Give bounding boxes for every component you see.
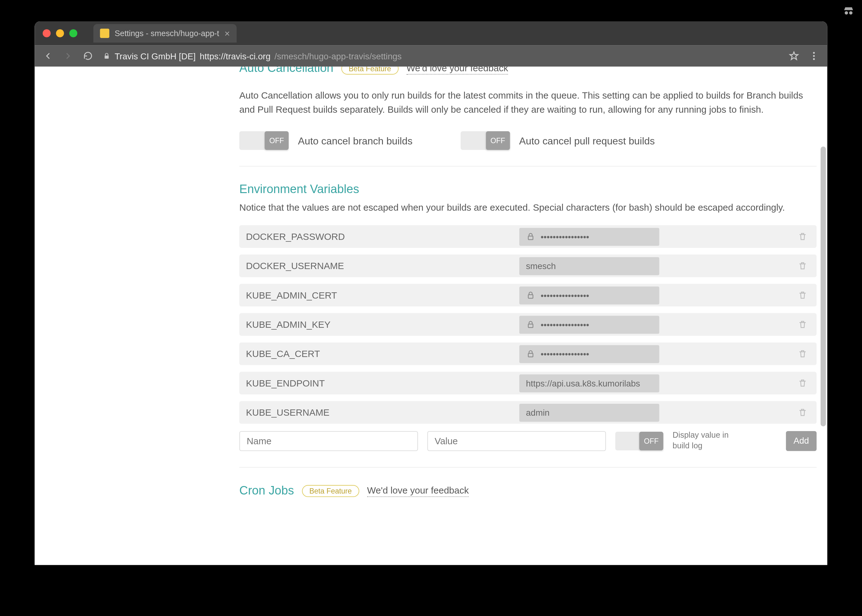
lock-icon xyxy=(526,232,535,241)
env-vars-header: Environment Variables xyxy=(240,182,817,196)
svg-rect-9 xyxy=(528,354,533,357)
env-var-value: admin xyxy=(519,404,659,421)
auto-cancel-pr-label: Auto cancel pull request builds xyxy=(519,135,655,146)
env-var-name: KUBE_ADMIN_CERT xyxy=(240,290,519,300)
trash-icon[interactable] xyxy=(798,231,807,242)
auto-cancellation-header: Auto Cancellation Beta Feature We'd love… xyxy=(240,66,817,75)
url-text[interactable]: Travis CI GmbH [DE] https://travis-ci.or… xyxy=(103,51,779,61)
lock-icon xyxy=(103,52,110,60)
svg-point-5 xyxy=(813,58,815,60)
env-var-value: •••••••••••••••• xyxy=(519,228,659,245)
display-value-toggle[interactable]: OFF xyxy=(615,431,663,450)
tab-title: Settings - smesch/hugo-app-t xyxy=(115,28,219,38)
env-var-row: KUBE_USERNAMEadmin xyxy=(240,401,817,424)
beta-badge: Beta Feature xyxy=(342,66,399,74)
env-var-value: smesch xyxy=(519,257,659,275)
browser-tab[interactable]: Settings - smesch/hugo-app-t × xyxy=(93,24,236,42)
auto-cancel-pr-toggle[interactable]: OFF xyxy=(460,131,510,150)
menu-icon[interactable] xyxy=(808,50,819,61)
env-var-name: KUBE_ADMIN_KEY xyxy=(240,319,519,330)
feedback-link[interactable]: We'd love your feedback xyxy=(367,485,469,497)
env-var-name-input[interactable] xyxy=(240,431,418,451)
env-var-name: KUBE_CA_CERT xyxy=(240,349,519,359)
trash-icon[interactable] xyxy=(798,290,807,300)
env-var-value-input[interactable] xyxy=(427,431,606,451)
url-host: https://travis-ci.org xyxy=(200,51,271,61)
svg-rect-6 xyxy=(528,236,533,240)
env-var-row: DOCKER_USERNAMEsmesch xyxy=(240,255,817,277)
url-site-label: Travis CI GmbH [DE] xyxy=(115,51,196,61)
lock-icon xyxy=(526,349,535,358)
lock-icon xyxy=(526,320,535,329)
env-var-row: KUBE_ENDPOINThttps://api.usa.k8s.kumoril… xyxy=(240,372,817,394)
env-var-row: KUBE_ADMIN_KEY•••••••••••••••• xyxy=(240,313,817,336)
section-title: Auto Cancellation xyxy=(240,66,333,75)
divider xyxy=(240,166,817,167)
tab-favicon xyxy=(100,28,109,38)
trash-icon[interactable] xyxy=(798,319,807,330)
back-icon[interactable] xyxy=(43,50,54,61)
env-var-value: https://api.usa.k8s.kumorilabs xyxy=(519,374,659,392)
env-var-name: DOCKER_PASSWORD xyxy=(240,231,519,242)
window-titlebar: Settings - smesch/hugo-app-t × xyxy=(35,21,827,45)
reload-icon[interactable] xyxy=(83,50,93,61)
svg-rect-2 xyxy=(105,56,109,59)
lock-icon xyxy=(526,291,535,300)
section-title: Cron Jobs xyxy=(240,484,294,498)
incognito-icon xyxy=(842,4,855,17)
env-var-row: KUBE_ADMIN_CERT•••••••••••••••• xyxy=(240,284,817,306)
env-var-value: •••••••••••••••• xyxy=(519,316,659,333)
close-icon[interactable] xyxy=(43,29,50,37)
svg-point-4 xyxy=(813,55,815,57)
toggle-state: OFF xyxy=(486,131,509,150)
feedback-link[interactable]: We'd love your feedback xyxy=(407,66,508,74)
section-title: Environment Variables xyxy=(240,182,359,196)
toggle-state: OFF xyxy=(639,431,663,450)
url-bar: Travis CI GmbH [DE] https://travis-ci.or… xyxy=(35,45,827,66)
env-vars-notice: Notice that the values are not escaped w… xyxy=(240,201,817,215)
add-button[interactable]: Add xyxy=(786,431,817,451)
forward-icon xyxy=(63,50,73,61)
env-var-value: •••••••••••••••• xyxy=(519,345,659,363)
star-icon[interactable] xyxy=(788,50,799,61)
env-var-row: KUBE_CA_CERT•••••••••••••••• xyxy=(240,343,817,365)
env-var-name: KUBE_ENDPOINT xyxy=(240,378,519,388)
scrollbar[interactable] xyxy=(821,147,826,426)
auto-cancel-branch-toggle[interactable]: OFF xyxy=(240,131,289,150)
env-var-list: DOCKER_PASSWORD••••••••••••••••DOCKER_US… xyxy=(240,225,817,424)
minimize-icon[interactable] xyxy=(56,29,64,37)
toggle-state: OFF xyxy=(265,131,288,150)
auto-cancel-branch-label: Auto cancel branch builds xyxy=(298,135,413,146)
svg-point-0 xyxy=(845,11,848,15)
trash-icon[interactable] xyxy=(798,378,807,388)
cron-jobs-header: Cron Jobs Beta Feature We'd love your fe… xyxy=(240,484,817,498)
beta-badge: Beta Feature xyxy=(302,485,359,497)
svg-point-3 xyxy=(813,52,815,54)
env-var-value: •••••••••••••••• xyxy=(519,286,659,304)
divider xyxy=(240,467,817,468)
auto-cancel-description: Auto Cancellation allows you to only run… xyxy=(240,88,817,116)
trash-icon[interactable] xyxy=(798,407,807,418)
svg-rect-7 xyxy=(528,295,533,298)
url-path: /smesch/hugo-app-travis/settings xyxy=(274,51,402,61)
svg-point-1 xyxy=(849,11,853,15)
env-var-add-row: OFF Display value in build log Add xyxy=(240,431,817,451)
display-value-label: Display value in build log xyxy=(673,431,733,451)
maximize-icon[interactable] xyxy=(69,29,77,37)
env-var-name: DOCKER_USERNAME xyxy=(240,261,519,271)
env-var-row: DOCKER_PASSWORD•••••••••••••••• xyxy=(240,225,817,248)
trash-icon[interactable] xyxy=(798,261,807,271)
env-var-name: KUBE_USERNAME xyxy=(240,407,519,418)
trash-icon[interactable] xyxy=(798,349,807,359)
svg-rect-8 xyxy=(528,324,533,327)
tab-close-icon[interactable]: × xyxy=(225,28,230,39)
